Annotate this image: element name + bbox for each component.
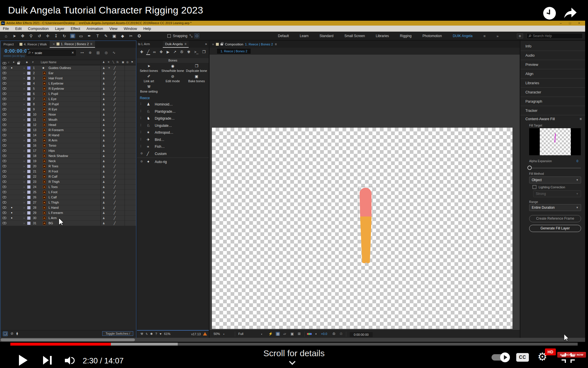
content-aware-fill-header[interactable]: Content-Aware Fill ≡ xyxy=(521,115,585,123)
lighting-correction-checkbox[interactable] xyxy=(533,185,536,189)
drag-grip-icon[interactable]: ⁞ xyxy=(140,116,141,120)
quality-icon[interactable]: ╱ xyxy=(114,190,116,195)
layer-row-r-hand[interactable]: ›14AR Hand♟╱ xyxy=(1,133,136,138)
stamp-tool-icon[interactable]: ▣ xyxy=(112,34,117,38)
layer-row-l-pupil[interactable]: ›6AL Pupil♟╱ xyxy=(1,91,136,97)
twirl-icon[interactable]: › xyxy=(24,71,25,76)
solo-icon[interactable]: ● xyxy=(11,210,12,215)
quality-icon[interactable]: ╱ xyxy=(114,117,116,122)
snapshot-camera-icon[interactable]: ✇ xyxy=(332,332,335,336)
label-color-swatch[interactable] xyxy=(27,149,30,152)
watch-later-icon[interactable] xyxy=(543,7,556,20)
panel-tab-info[interactable]: Info xyxy=(521,42,585,51)
workspace-standard[interactable]: Standard xyxy=(320,34,334,38)
shy-icon[interactable]: ♟ xyxy=(102,210,105,215)
layer-name[interactable]: L Pupil xyxy=(49,91,58,96)
arm-artwork[interactable] xyxy=(359,188,372,263)
quality-icon[interactable]: ╱ xyxy=(114,97,116,101)
fast-preview-icon[interactable]: ⚡ xyxy=(268,332,273,336)
label-color-swatch[interactable] xyxy=(27,108,30,111)
layer-name[interactable]: L Toes xyxy=(49,185,58,189)
layer-name[interactable]: R Foot xyxy=(49,169,58,174)
shy-icon[interactable]: ♟ xyxy=(102,169,105,174)
scrollbar-thumb[interactable] xyxy=(1,338,135,341)
layer-name[interactable]: L Eye xyxy=(49,97,57,101)
twirl-icon[interactable]: › xyxy=(24,86,25,91)
twirl-icon[interactable]: › xyxy=(24,81,25,86)
duik-item-bird-[interactable]: ⁞✈Bird… xyxy=(137,137,209,143)
restore-button[interactable]: □ xyxy=(566,21,574,26)
quality-icon[interactable]: ╱ xyxy=(114,154,116,158)
label-color-swatch[interactable] xyxy=(27,154,30,158)
label-color-swatch[interactable] xyxy=(27,196,30,199)
quality-icon[interactable]: ╱ xyxy=(114,86,116,91)
quality-icon[interactable]: ╱ xyxy=(114,185,116,189)
pan-camera-icon[interactable]: ✛ xyxy=(45,34,50,38)
layer-row-bg[interactable]: ›31ABG♟╱ xyxy=(1,221,136,226)
layer-name[interactable]: Nose xyxy=(49,112,56,117)
layer-row-l-eye[interactable]: ›7AL Eye♟╱ xyxy=(1,97,136,102)
alpha-expansion-slider[interactable] xyxy=(529,168,581,168)
workspace-menu-icon[interactable]: ≡ xyxy=(483,34,486,38)
type-tool-icon[interactable]: T xyxy=(95,34,100,38)
label-color-swatch[interactable] xyxy=(27,180,30,183)
pen-tool-icon[interactable]: ✒ xyxy=(87,34,92,38)
camera-icon[interactable]: ✇ xyxy=(179,49,184,55)
duik-footer-icons[interactable]: ⚒ϟ✱?♥ 61% xyxy=(140,332,171,336)
snapping-control[interactable]: Snapping ⤡ ⊡ xyxy=(167,33,199,38)
menu-composition[interactable]: Composition xyxy=(28,26,49,31)
shy-icon[interactable]: ♟ xyxy=(102,128,105,133)
video-progress-bar[interactable] xyxy=(10,343,578,346)
quality-icon[interactable]: ╱ xyxy=(114,210,116,215)
twirl-icon[interactable]: › xyxy=(24,221,25,226)
layer-name[interactable]: Neck xyxy=(49,159,56,164)
panel-tab-align[interactable]: Align xyxy=(521,69,585,78)
duik-bone-setting-button[interactable]: ⚒Bone setting xyxy=(137,85,161,93)
twirl-icon[interactable]: › xyxy=(24,200,25,205)
duik-item-plantigrade-[interactable]: ⁞♘Plantigrade… xyxy=(137,108,209,115)
expand-switches-icon[interactable]: ❏ xyxy=(3,331,8,336)
panel-tab-paragraph[interactable]: Paragraph xyxy=(521,97,585,106)
snap-box-icon[interactable]: ⊡ xyxy=(194,33,199,38)
label-color-swatch[interactable] xyxy=(27,82,30,85)
twirl-icon[interactable]: › xyxy=(24,143,25,148)
menu-file[interactable]: File xyxy=(3,26,9,31)
quality-icon[interactable]: ╱ xyxy=(114,122,116,127)
quality-icon[interactable]: ╱ xyxy=(114,200,116,205)
drag-grip-icon[interactable]: ⁞ xyxy=(140,138,141,141)
twirl-icon[interactable]: › xyxy=(24,97,25,101)
layer-row-l-arm[interactable]: ●›30AL Arm♟╱ xyxy=(1,216,136,221)
solo-icon[interactable]: ● xyxy=(11,66,12,70)
chevron-down-icon[interactable] xyxy=(289,359,296,365)
twirl-icon[interactable]: › xyxy=(24,216,25,221)
twirl-icon[interactable]: › xyxy=(24,91,25,96)
resolution-dropdown[interactable]: Full▼ xyxy=(238,332,270,336)
twirl-icon[interactable]: › xyxy=(24,133,25,138)
pin-icon[interactable]: ↗ xyxy=(172,49,177,55)
layer-row-torso[interactable]: ›16ATorso♟╱ xyxy=(1,143,136,148)
panel-menu-icon[interactable]: ≡ xyxy=(275,42,277,46)
layer-row-r-forearm[interactable]: ›13AR Forearm♟╱ xyxy=(1,128,136,133)
rig-icon[interactable]: ✾ xyxy=(186,49,191,55)
shy-icon[interactable]: ♟ xyxy=(102,97,105,101)
tab-composition[interactable]: ✕ Composition 1. Reece | Bones 2 ≡ xyxy=(212,41,277,48)
quality-icon[interactable]: ╱ xyxy=(114,91,116,96)
panel-tab-tracker[interactable]: Tracker xyxy=(521,106,585,115)
label-color-swatch[interactable] xyxy=(27,185,30,189)
layer-name[interactable]: L Eyebrow xyxy=(49,81,63,86)
rotate-icon[interactable]: ↻ xyxy=(62,34,67,38)
timeline-view-icons[interactable]: ⊶⊕▤◎∿ xyxy=(80,51,115,55)
hand-icon[interactable]: ✥ xyxy=(20,34,25,38)
twirl-icon[interactable]: › xyxy=(24,138,25,143)
layer-row-mouth[interactable]: ›11AMouth♟╱ xyxy=(1,117,136,122)
rect-tool-icon[interactable]: ▭ xyxy=(78,34,84,38)
layer-row-r-foot[interactable]: ›21AR Foot♟╱ xyxy=(1,169,136,174)
twirl-icon[interactable]: › xyxy=(24,102,25,107)
duik-item-hominoid-[interactable]: ⁞♟Hominoid… xyxy=(137,101,209,108)
drag-grip-icon[interactable]: ⁞ xyxy=(140,131,141,134)
menu-effect[interactable]: Effect xyxy=(71,26,80,31)
shy-icon[interactable]: ♟ xyxy=(102,159,105,164)
magnification-dropdown[interactable]: 50%▼ xyxy=(214,332,225,336)
label-color-swatch[interactable] xyxy=(27,160,30,163)
shy-icon[interactable]: ♟ xyxy=(102,143,105,148)
